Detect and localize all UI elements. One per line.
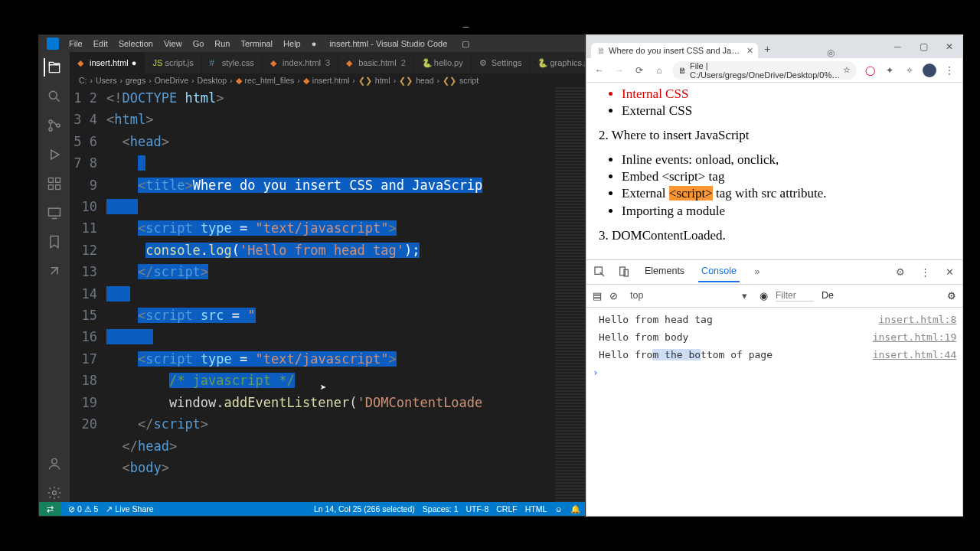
- window-close-icon[interactable]: ✕: [936, 35, 962, 58]
- console-source-link[interactable]: insert.html:19: [873, 331, 957, 343]
- tab-close-icon[interactable]: ✕: [746, 46, 753, 56]
- devtools-menu-icon[interactable]: ⋮: [918, 265, 932, 279]
- clear-console-icon[interactable]: ⊘: [609, 290, 618, 302]
- live-share-icon[interactable]: [45, 262, 64, 280]
- html-file-icon: ◆: [270, 58, 279, 67]
- tab-index-html[interactable]: ◆index.html3: [263, 52, 338, 73]
- code-editor[interactable]: 1 2 3 4 5 6 7 8 9 10 11 12 13 14 15 16 1…: [70, 87, 585, 502]
- source-control-icon[interactable]: [45, 116, 64, 135]
- tab-script-js[interactable]: JSscript.js: [145, 52, 201, 73]
- menu-selection[interactable]: Selection: [113, 37, 158, 50]
- more-tabs-icon[interactable]: »: [750, 265, 764, 279]
- page-content: Internal CSS External CSS 2. Where to in…: [586, 83, 962, 259]
- unsaved-dot-icon: ●: [132, 58, 137, 67]
- devtools-tab-console[interactable]: Console: [698, 261, 740, 282]
- console-source-link[interactable]: insert.html:44: [873, 349, 957, 360]
- svg-point-0: [49, 91, 57, 99]
- devtools-tabs: Elements Console » ⚙ ⋮ ✕: [586, 260, 962, 285]
- status-eol[interactable]: CRLF: [496, 504, 517, 514]
- new-tab-button[interactable]: +: [758, 40, 776, 58]
- address-bar[interactable]: 🗎 File | C:/Users/gregs/OneDrive/Desktop…: [672, 61, 857, 80]
- breadcrumb[interactable]: C:›Users›gregs›OneDrive›Desktop›◆rec_htm…: [70, 73, 585, 87]
- devtools-settings-icon[interactable]: ⚙: [893, 265, 907, 279]
- devtools-tab-elements[interactable]: Elements: [642, 261, 688, 282]
- extensions-icon[interactable]: [45, 174, 64, 193]
- menu-run[interactable]: Run: [209, 37, 235, 50]
- list-item: Inline events: onload, onclick,: [622, 152, 950, 168]
- minimap[interactable]: [554, 87, 585, 502]
- status-bell-icon[interactable]: 🔔: [570, 504, 580, 514]
- home-icon[interactable]: ⌂: [652, 64, 666, 77]
- console-prompt[interactable]: ›: [586, 364, 962, 381]
- status-cursor-pos[interactable]: Ln 14, Col 25 (266 selected): [314, 504, 415, 514]
- menu-file[interactable]: File: [64, 37, 88, 50]
- settings-gear-icon[interactable]: [45, 484, 64, 502]
- console-filter-input[interactable]: [776, 290, 814, 302]
- console-output: Hello from head tag insert.html:8 Hello …: [586, 308, 962, 516]
- window-minimize-icon[interactable]: ─: [452, 18, 479, 35]
- bookmarks-icon[interactable]: [45, 233, 64, 251]
- editor-tabs: ◆ insert.html ● JSscript.js #style.css ◆…: [70, 52, 585, 73]
- browser-tab[interactable]: 🗎 Where do you insert CSS and Ja… ✕: [591, 43, 758, 58]
- status-liveshare[interactable]: ↗ Live Share: [106, 504, 153, 514]
- list-item: Embed <script> tag: [622, 168, 950, 185]
- profile-avatar-icon[interactable]: [923, 64, 936, 77]
- menu-help[interactable]: Help: [278, 37, 306, 50]
- console-sidebar-toggle-icon[interactable]: ▤: [593, 290, 602, 302]
- tab-title: Where do you insert CSS and Ja…: [609, 46, 740, 55]
- cast-icon[interactable]: ◎: [827, 47, 835, 58]
- window-minimize-icon[interactable]: ─: [884, 35, 910, 58]
- bookmark-star-icon[interactable]: ☆: [843, 65, 851, 75]
- chrome-window: 🗎 Where do you insert CSS and Ja… ✕ + ◎ …: [586, 34, 963, 517]
- status-language[interactable]: HTML: [525, 504, 547, 514]
- extensions-puzzle-icon[interactable]: ✧: [903, 64, 916, 77]
- tab-style-css[interactable]: #style.css: [202, 52, 263, 73]
- extension-opera-icon[interactable]: ◯: [863, 64, 877, 77]
- status-feedback-icon[interactable]: ☺: [554, 504, 563, 514]
- account-icon[interactable]: [45, 455, 64, 473]
- tab-hello-py[interactable]: 🐍hello.py: [414, 52, 472, 73]
- inspect-icon[interactable]: [593, 265, 606, 279]
- menu-go[interactable]: Go: [188, 37, 210, 50]
- tab-graphics[interactable]: 🐍graphics.p: [530, 52, 585, 73]
- remote-icon[interactable]: [45, 204, 64, 222]
- explorer-icon[interactable]: [44, 58, 64, 77]
- python-file-icon: 🐍: [422, 58, 431, 67]
- window-maximize-icon[interactable]: ▢: [452, 35, 479, 52]
- browser-toolbar: ← → ⟳ ⌂ 🗎 File | C:/Users/gregs/OneDrive…: [586, 58, 962, 83]
- tab-basic-html[interactable]: ◆basic.html2: [338, 52, 414, 73]
- find-highlight: <script>: [669, 186, 713, 201]
- browser-menu-icon[interactable]: ⋮: [942, 64, 956, 77]
- python-file-icon: 🐍: [537, 58, 547, 67]
- devtools-close-icon[interactable]: ✕: [942, 265, 956, 279]
- search-icon[interactable]: [45, 87, 64, 106]
- log-levels[interactable]: De: [822, 290, 834, 301]
- menu-terminal[interactable]: Terminal: [236, 37, 279, 50]
- run-debug-icon[interactable]: [45, 145, 64, 164]
- context-selector[interactable]: top▾: [626, 289, 752, 303]
- status-encoding[interactable]: UTF-8: [466, 504, 489, 514]
- status-bar: ⇄ ⊘ 0 ⚠ 5 ↗ Live Share Ln 14, Col 25 (26…: [39, 502, 585, 516]
- nav-back-icon[interactable]: ←: [593, 64, 606, 77]
- window-maximize-icon[interactable]: ▢: [910, 35, 936, 58]
- extension-shield-icon[interactable]: ✦: [883, 64, 897, 77]
- live-expression-eye-icon[interactable]: ◉: [760, 290, 768, 302]
- css-file-icon: #: [210, 58, 219, 67]
- code-content[interactable]: <!DOCTYPE html> <html> <head> <title>Whe…: [106, 87, 554, 502]
- tab-insert-html[interactable]: ◆ insert.html ●: [70, 52, 145, 73]
- console-settings-icon[interactable]: ⚙: [947, 290, 956, 302]
- console-source-link[interactable]: insert.html:8: [878, 314, 956, 325]
- tab-badge: 3: [325, 58, 330, 67]
- status-problems[interactable]: ⊘ 0 ⚠ 5: [68, 504, 98, 514]
- status-spaces[interactable]: Spaces: 1: [423, 504, 459, 514]
- remote-status-icon[interactable]: ⇄: [39, 502, 60, 516]
- tab-settings[interactable]: ⚙Settings: [472, 52, 531, 73]
- device-toggle-icon[interactable]: [617, 265, 631, 279]
- vscode-window: File Edit Selection View Go Run Terminal…: [38, 34, 586, 517]
- nav-forward-icon[interactable]: →: [612, 64, 626, 77]
- menu-view[interactable]: View: [158, 37, 188, 50]
- reload-icon[interactable]: ⟳: [632, 64, 646, 77]
- html-file-icon: ◆: [77, 58, 87, 67]
- svg-rect-8: [49, 208, 60, 216]
- menu-edit[interactable]: Edit: [88, 37, 113, 50]
